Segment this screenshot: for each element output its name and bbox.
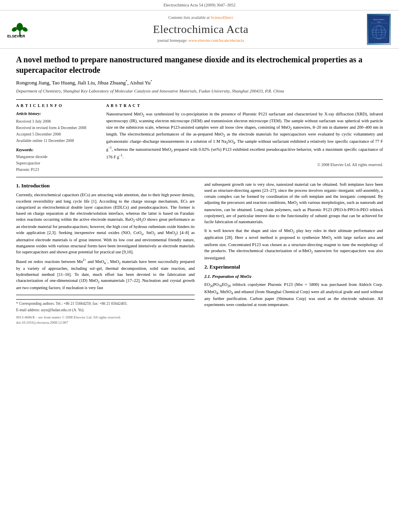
- introduction-title: 1. Introduction: [16, 182, 195, 190]
- elsevier-logo: ELSEVIER: [6, 18, 35, 40]
- corresponding-author-note: * Corresponding authors. Tel.: +86 21 55…: [16, 301, 195, 307]
- revised-date: Received in revised form 4 December 2008: [16, 125, 97, 131]
- svg-text:ELSEVIER: ELSEVIER: [7, 34, 25, 38]
- keyword-3: Pluronic P123: [16, 166, 97, 173]
- intro-para-1: Currently, electrochemical capacitors (E…: [16, 192, 195, 255]
- experimental-para-1: EO20PO70EO20 triblock copolymer Pluronic…: [204, 281, 383, 308]
- section-divider: [16, 177, 383, 177]
- homepage-line: journal homepage: www.elsevier.com/locat…: [39, 38, 362, 43]
- accepted-date: Accepted 5 December 2008: [16, 131, 97, 138]
- experimental-title: 2. Experimental: [204, 263, 383, 271]
- issn-line: 0013-4686/$ – see front matter © 2008 El…: [16, 315, 195, 320]
- article-info-heading: A R T I C L E I N F O: [16, 103, 97, 109]
- affiliation: Department of Chemistry, Shanghai Key La…: [16, 88, 383, 94]
- svg-point-2: [16, 23, 23, 31]
- article-info-dates: Received 3 July 2008 Received in revised…: [16, 118, 97, 144]
- page: Electrochimica Acta 54 (2009) 3047–3052 …: [0, 0, 399, 532]
- top-bar: Electrochimica Acta 54 (2009) 3047–3052: [0, 0, 399, 10]
- footnote-divider: [16, 295, 195, 295]
- doi-line: doi:10.1016/j.electacta.2008.12.007: [16, 320, 195, 325]
- sciencedirect-prefix: Contents lists available at: [168, 15, 210, 20]
- svg-text:Acta: Acta: [377, 21, 381, 23]
- intro-right-para-1: and subsequent growth rate is very slow,…: [204, 181, 383, 225]
- body-right-col: and subsequent growth rate is very slow,…: [204, 181, 383, 325]
- article-history-label: Article history:: [16, 111, 97, 117]
- preparation-subtitle: 2.1. Preparation of MnO₂: [204, 273, 383, 280]
- homepage-link[interactable]: www.elsevier.com/locate/electacta: [189, 38, 244, 43]
- journal-title: Electrochimica Acta: [39, 21, 362, 37]
- author-list: Rongrong Jiang, Tao Huang, Jiali Liu, Ji…: [16, 80, 152, 86]
- authors: Rongrong Jiang, Tao Huang, Jiali Liu, Ji…: [16, 79, 383, 87]
- keyword-2: Supercapacitor: [16, 160, 97, 166]
- article-info-column: A R T I C L E I N F O Article history: R…: [16, 103, 97, 173]
- footer-issn: 0013-4686/$ – see front matter © 2008 El…: [16, 315, 195, 325]
- copyright-line: © 2008 Elsevier Ltd. All rights reserved…: [106, 162, 383, 168]
- intro-para-2: Based on redox reactions between Mn2+ an…: [16, 258, 195, 291]
- email-note: E-mail address: asyu@fudan.edu.cn (A. Yu…: [16, 308, 195, 313]
- received-date: Received 3 July 2008: [16, 118, 97, 125]
- svg-text:Electrochimica: Electrochimica: [373, 18, 385, 21]
- keywords-list: Manganese dioxide Supercapacitor Pluroni…: [16, 154, 97, 173]
- intro-right-para-2: It is well known that the shape and size…: [204, 228, 383, 261]
- online-date: Available online 11 December 2008: [16, 138, 97, 144]
- info-abstract-section: A R T I C L E I N F O Article history: R…: [16, 99, 383, 173]
- sciencedirect-line: Contents lists available at ScienceDirec…: [39, 15, 362, 21]
- footnotes: * Corresponding authors. Tel.: +86 21 55…: [16, 299, 195, 313]
- header-center: Contents lists available at ScienceDirec…: [39, 15, 362, 43]
- journal-cover-image: Electrochimica Acta: [367, 14, 391, 45]
- keyword-1: Manganese dioxide: [16, 154, 97, 160]
- journal-citation: Electrochimica Acta 54 (2009) 3047–3052: [163, 3, 235, 7]
- keywords-label: Keywords:: [16, 147, 97, 153]
- homepage-prefix: journal homepage:: [157, 38, 188, 43]
- body-left-col: 1. Introduction Currently, electrochemic…: [16, 181, 195, 325]
- abstract-text: Nanostructured MnO2 was synthesized by c…: [106, 111, 383, 160]
- article-title: A novel method to prepare nanostructured…: [16, 54, 383, 75]
- journal-header: ELSEVIER Contents lists available at Sci…: [0, 10, 399, 49]
- body-content: 1. Introduction Currently, electrochemic…: [16, 181, 383, 325]
- abstract-heading: A B S T R A C T: [106, 103, 383, 109]
- sciencedirect-link[interactable]: ScienceDirect: [210, 15, 233, 20]
- abstract-column: A B S T R A C T Nanostructured MnO2 was …: [106, 103, 383, 173]
- main-content: A novel method to prepare nanostructured…: [0, 49, 399, 333]
